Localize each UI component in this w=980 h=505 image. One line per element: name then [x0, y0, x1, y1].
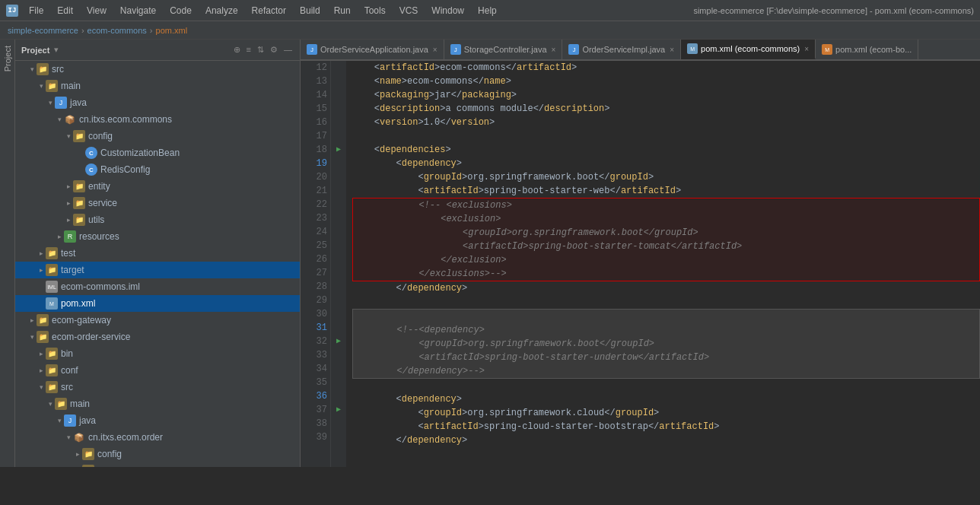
menu-build[interactable]: Build [294, 4, 326, 17]
tree-item-pom-xml[interactable]: M pom.xml [15, 295, 300, 312]
tab-pom-xml-bo[interactable]: M pom.xml (ecom-bo... [816, 40, 918, 59]
expand-arrow[interactable]: ▾ [64, 434, 73, 441]
sidebar-action-add[interactable]: ⊕ [232, 43, 242, 56]
tab-close-btn[interactable]: × [804, 45, 809, 53]
tree-item-java[interactable]: ▾ J java [15, 94, 300, 111]
tree-item-utils[interactable]: ▸ 📁 utils [15, 211, 300, 228]
tree-item-java2[interactable]: ▾ J java [15, 412, 300, 429]
tab-close-btn[interactable]: × [552, 46, 556, 54]
expand-arrow[interactable]: ▾ [64, 132, 73, 140]
sidebar-dropdown[interactable]: ▾ [54, 45, 59, 55]
tree-item-entity[interactable]: ▸ 📁 entity [15, 178, 300, 195]
expand-arrow[interactable]: ▸ [37, 367, 46, 374]
run-gutter-19[interactable]: ▶ [332, 143, 345, 155]
expand-arrow[interactable]: ▾ [27, 333, 37, 341]
sidebar-action-sort[interactable]: ⇅ [256, 43, 266, 56]
folder-icon: 📁 [46, 264, 58, 276]
tree-item-main[interactable]: ▾ 📁 main [15, 78, 300, 94]
expand-arrow[interactable]: ▸ [64, 216, 73, 224]
folder-icon: 📁 [46, 381, 58, 393]
code-line-13: <name>ecom-commons</name> [352, 75, 980, 88]
code-editor[interactable]: 12 13 14 15 16 17 18 19 20 21 22 23 24 2… [301, 61, 980, 467]
tab-pom-xml-commons[interactable]: M pom.xml (ecom-commons) × [681, 40, 816, 59]
expand-arrow[interactable]: ▾ [46, 400, 55, 408]
folder-icon: 📁 [73, 130, 85, 142]
menu-help[interactable]: Help [472, 4, 503, 17]
tree-item-test[interactable]: ▸ 📁 test [15, 245, 300, 262]
expand-arrow[interactable]: ▾ [46, 99, 55, 106]
tree-item-bin[interactable]: ▸ 📁 bin [15, 345, 300, 362]
tab-label: OrderServiceApplication.java [320, 45, 428, 54]
expand-arrow[interactable]: ▸ [64, 199, 73, 207]
expand-arrow[interactable]: ▸ [73, 450, 82, 458]
menu-edit[interactable]: Edit [51, 4, 79, 17]
tree-item-src[interactable]: ▾ 📁 src [15, 61, 300, 78]
tab-storage-controller[interactable]: J StorageController.java × [444, 40, 563, 59]
run-gutter-31[interactable]: ▶ [332, 335, 345, 347]
tab-order-service-impl[interactable]: J OrderServiceImpl.java × [562, 40, 681, 59]
menu-view[interactable]: View [81, 4, 113, 17]
run-gutter-36[interactable]: ▶ [332, 403, 345, 415]
menu-window[interactable]: Window [425, 4, 470, 17]
menu-vcs[interactable]: VCS [393, 4, 425, 17]
expand-arrow[interactable]: ▸ [37, 350, 46, 357]
tree-item-customization-bean[interactable]: C CustomizationBean [15, 145, 300, 161]
java-class-icon: C [85, 147, 97, 159]
sidebar-action-collapse[interactable]: ≡ [245, 43, 253, 56]
tree-item-main2[interactable]: ▾ 📁 main [15, 395, 300, 412]
tree-item-ecom-order-service[interactable]: ▾ 📁 ecom-order-service [15, 329, 300, 345]
expand-arrow[interactable]: ▸ [37, 266, 46, 274]
tree-item-ecom-gateway[interactable]: ▸ 📁 ecom-gateway [15, 312, 300, 329]
expand-arrow[interactable]: ▾ [27, 65, 37, 73]
tree-label: conf [61, 365, 78, 376]
xml-file-icon: M [687, 43, 698, 54]
code-line-38: <artifactId>spring-cloud-starter-bootstr… [352, 420, 980, 434]
tree-label: config [97, 449, 122, 459]
sidebar-header: Project ▾ ⊕ ≡ ⇅ ⚙ — [15, 40, 300, 61]
tab-close-btn[interactable]: × [433, 46, 438, 54]
tree-label: service [88, 198, 117, 208]
menu-navigate[interactable]: Navigate [114, 4, 162, 17]
breadcrumb-root[interactable]: simple-ecommerce [8, 26, 78, 35]
menu-tools[interactable]: Tools [358, 4, 392, 17]
tree-item-src2[interactable]: ▾ 📁 src [15, 379, 300, 395]
tree-item-target[interactable]: ▸ 📁 target [15, 262, 300, 278]
breadcrumb-module[interactable]: ecom-commons [88, 26, 147, 35]
tab-order-service-app[interactable]: J OrderServiceApplication.java × [301, 40, 444, 59]
menu-refactor[interactable]: Refactor [246, 4, 292, 17]
sidebar-action-hide[interactable]: — [282, 43, 294, 56]
tree-item-conf[interactable]: ▸ 📁 conf [15, 362, 300, 379]
folder-icon: 📁 [73, 180, 85, 192]
tree-item-service-commons[interactable]: ▸ 📁 service [15, 195, 300, 211]
tab-label: pom.xml (ecom-bo... [835, 45, 912, 54]
expand-arrow[interactable]: ▾ [37, 82, 46, 90]
tree-label: resources [79, 231, 119, 242]
tree-item-pkg-order[interactable]: ▾ 📦 cn.itxs.ecom.order [15, 429, 300, 446]
tree-item-redis-config[interactable]: C RedisConfig [15, 161, 300, 178]
menu-analyze[interactable]: Analyze [199, 4, 244, 17]
folder-icon: 📁 [82, 448, 94, 460]
expand-arrow[interactable]: ▸ [55, 233, 64, 240]
menu-file[interactable]: File [23, 4, 49, 17]
code-line-19: <dependency> [352, 157, 980, 170]
expand-arrow[interactable]: ▸ [64, 183, 73, 190]
menu-run[interactable]: Run [328, 4, 357, 17]
expand-arrow[interactable]: ▸ [27, 316, 37, 324]
expand-arrow[interactable]: ▾ [55, 116, 64, 123]
tree-item-config[interactable]: ▾ 📁 config [15, 128, 300, 145]
tree-label: java [70, 97, 87, 108]
tree-item-resources[interactable]: ▸ R resources [15, 228, 300, 245]
project-tool-handle[interactable]: Project [2, 43, 14, 75]
code-content[interactable]: <artifactId>ecom-commons</artifactId> <n… [346, 61, 980, 467]
expand-arrow[interactable]: ▾ [37, 383, 46, 391]
tree-item-config2[interactable]: ▸ 📁 config [15, 446, 300, 462]
menu-code[interactable]: Code [164, 4, 198, 17]
sidebar-action-settings[interactable]: ⚙ [269, 43, 279, 56]
tree-item-pkg-commons[interactable]: ▾ 📦 cn.itxs.ecom.commons [15, 111, 300, 128]
tab-close-btn[interactable]: × [670, 46, 674, 54]
tree-label: utils [88, 214, 104, 225]
tree-item-controller[interactable]: ▸ 📁 controller [15, 462, 300, 467]
expand-arrow[interactable]: ▸ [37, 249, 46, 257]
tree-item-iml[interactable]: IML ecom-commons.iml [15, 278, 300, 295]
expand-arrow[interactable]: ▾ [55, 417, 64, 424]
